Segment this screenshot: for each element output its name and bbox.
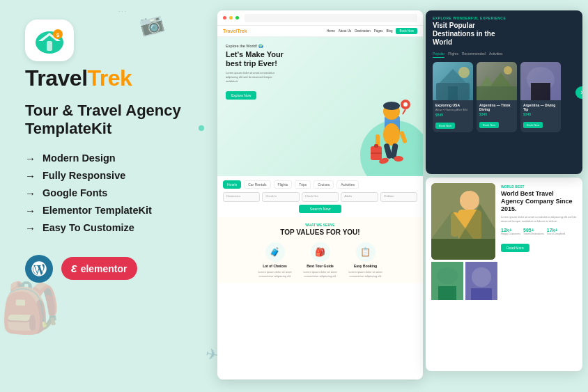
values-title: TOP VALUES FOR YOU! bbox=[223, 228, 417, 237]
choices-desc: Lorem ipsum dolor sit amet consectetur a… bbox=[254, 270, 296, 278]
svg-text:$: $ bbox=[56, 32, 60, 38]
dest-card-3-price: $345 bbox=[523, 112, 558, 116]
arrow-icon: → bbox=[25, 170, 36, 182]
dest-tab-flights[interactable]: Flights bbox=[448, 50, 458, 58]
elementor-badge: ε elementor bbox=[61, 257, 137, 280]
svg-point-23 bbox=[458, 67, 470, 78]
dest-card-2-name: Argentina — Think Diving bbox=[479, 103, 514, 111]
svg-point-25 bbox=[504, 66, 512, 75]
search-section: Hotels Car Rentals Flights Trips Cruises… bbox=[217, 176, 423, 217]
nav-blog: Blog bbox=[386, 29, 392, 33]
dest-card-3-btn[interactable]: Book Now bbox=[523, 122, 543, 128]
dest-card-3-info: Argentina — Diving Tip $345 Book Now bbox=[520, 100, 561, 132]
tab-cruises[interactable]: Cruises bbox=[314, 180, 334, 189]
nav-home: Home bbox=[327, 29, 335, 33]
tab-hotels[interactable]: Hotels bbox=[223, 180, 241, 189]
agency-text: WORLD BEST World Best Travel Agency Comp… bbox=[495, 178, 582, 371]
badges-row: ε elementor bbox=[25, 255, 195, 283]
dest-tab-popular[interactable]: Popular bbox=[433, 50, 444, 58]
tab-activities[interactable]: Activities bbox=[336, 180, 359, 189]
svg-rect-22 bbox=[448, 86, 458, 100]
svg-point-13 bbox=[383, 102, 400, 110]
stat-customers-num: 12k+ bbox=[501, 228, 520, 233]
agency-main-image bbox=[431, 183, 495, 260]
svg-point-39 bbox=[472, 267, 491, 287]
left-panel: · · · 📷 $ TravelTrek Tour & Travel Agenc… bbox=[0, 0, 216, 392]
hero-content: Explore the World! 🌍 Let's Make Your bes… bbox=[226, 44, 415, 100]
search-button[interactable]: Search Now bbox=[299, 205, 342, 213]
agency-pretitle: WORLD BEST bbox=[501, 185, 577, 189]
feature-item: → Google Fonts bbox=[25, 187, 195, 199]
svg-point-30 bbox=[460, 191, 479, 210]
dest-card-3: Argentina — Diving Tip $345 Book Now bbox=[520, 62, 561, 132]
decorative-dots: · · · bbox=[118, 8, 126, 15]
values-cards: 🧳 Lot of Choices Lorem ipsum dolor sit a… bbox=[223, 242, 417, 278]
agency-panel: WORLD BEST World Best Travel Agency Comp… bbox=[426, 178, 582, 371]
agency-images bbox=[426, 178, 495, 371]
values-card-1: 🧳 Lot of Choices Lorem ipsum dolor sit a… bbox=[254, 242, 296, 278]
feature-item: → Elementor TemplateKit bbox=[25, 205, 195, 217]
stat-tours-num: 17k+ bbox=[547, 228, 565, 233]
svg-rect-34 bbox=[431, 239, 495, 260]
dest-tab-activities[interactable]: Activities bbox=[489, 50, 503, 58]
values-card-3: 📋 Easy Booking Lorem ipsum dolor sit ame… bbox=[345, 242, 387, 278]
tab-car-rentals[interactable]: Car Rentals bbox=[244, 180, 270, 189]
hero-cta-btn[interactable]: Explore Now bbox=[226, 91, 256, 100]
feature-label: Fully Responsive bbox=[42, 170, 125, 181]
dest-tab-recommended[interactable]: Recommended bbox=[462, 50, 486, 58]
dest-img-1 bbox=[433, 62, 473, 100]
booking-icon: 📋 bbox=[356, 242, 376, 262]
hero-section: Explore the World! 🌍 Let's Make Your bes… bbox=[217, 37, 423, 176]
browser-bar bbox=[217, 10, 423, 26]
browser-dot-red bbox=[223, 16, 226, 19]
nav-cta: Book Now bbox=[396, 28, 417, 34]
values-pretitle: WHAT WE SERVE bbox=[223, 223, 417, 227]
dest-cards: Exploring USA Allow • Planning After $84… bbox=[426, 62, 582, 132]
nav-links: Home About Us Destination Pages Blog Boo… bbox=[327, 28, 417, 34]
checkin-label: Check In bbox=[263, 193, 298, 199]
dest-card-1-name: Exploring USA bbox=[435, 103, 470, 107]
dest-card-1-price: $545 bbox=[435, 113, 470, 117]
search-btn-row: Search Now bbox=[223, 205, 417, 213]
destinations-panel: EXPLORE WONDERFUL EXPERIENCE Visit Popul… bbox=[426, 10, 582, 174]
svg-rect-28 bbox=[531, 83, 550, 100]
values-card-2: 🎒 Best Tour Guide Lorem ipsum dolor sit … bbox=[300, 242, 341, 278]
feature-label: Google Fonts bbox=[42, 187, 107, 198]
agency-read-more-btn[interactable]: Read More bbox=[501, 244, 529, 252]
elementor-label: elementor bbox=[81, 263, 127, 274]
dest-card-2-btn[interactable]: Book Now bbox=[479, 122, 499, 128]
dest-card-1: Exploring USA Allow • Planning After $84… bbox=[433, 62, 473, 132]
elementor-e-icon: ε bbox=[71, 261, 77, 276]
hero-title: Let's Make Your best trip Ever! bbox=[226, 50, 288, 68]
svg-rect-40 bbox=[471, 288, 492, 300]
agency-content: WORLD BEST World Best Travel Agency Comp… bbox=[426, 178, 582, 371]
destination-field[interactable]: Destination bbox=[223, 192, 260, 202]
guide-desc: Lorem ipsum dolor sit amet consectetur a… bbox=[300, 270, 341, 278]
dest-card-3-name: Argentina — Diving Tip bbox=[523, 103, 558, 111]
svg-rect-37 bbox=[438, 286, 456, 300]
dest-card-1-info: Exploring USA Allow • Planning After $84… bbox=[433, 100, 473, 132]
hero-desc: Lorem ipsum dolor sit amet consectetur a… bbox=[226, 71, 281, 83]
dest-title: Visit Popular Destinations in the World bbox=[433, 22, 502, 47]
children-field[interactable]: Children bbox=[380, 192, 417, 202]
dest-card-1-btn[interactable]: Book Now bbox=[435, 123, 455, 129]
arrow-icon: → bbox=[25, 222, 36, 234]
feature-item: → Easy To Customize bbox=[25, 222, 195, 234]
logo-travel: Travel bbox=[25, 65, 88, 91]
features-list: → Modern Design → Fully Responsive → Goo… bbox=[25, 152, 195, 234]
children-label: Children bbox=[381, 193, 417, 199]
logo-text: TravelTrek bbox=[25, 67, 132, 89]
agency-small-images bbox=[431, 262, 495, 300]
tab-flights[interactable]: Flights bbox=[274, 180, 293, 189]
browser-dot-green bbox=[235, 16, 239, 19]
checkin-field[interactable]: Check In bbox=[262, 192, 299, 202]
checkout-label: Check Out bbox=[302, 193, 338, 199]
nav-about: About Us bbox=[339, 29, 352, 33]
feature-item: → Fully Responsive bbox=[25, 170, 195, 182]
adults-field[interactable]: Adults bbox=[341, 192, 378, 202]
checkout-field[interactable]: Check Out bbox=[302, 192, 339, 202]
booking-desc: Lorem ipsum dolor sit amet consectetur a… bbox=[345, 270, 387, 278]
booking-title: Easy Booking bbox=[354, 264, 377, 268]
guide-icon: 🎒 bbox=[311, 242, 330, 262]
tab-trips[interactable]: Trips bbox=[295, 180, 311, 189]
